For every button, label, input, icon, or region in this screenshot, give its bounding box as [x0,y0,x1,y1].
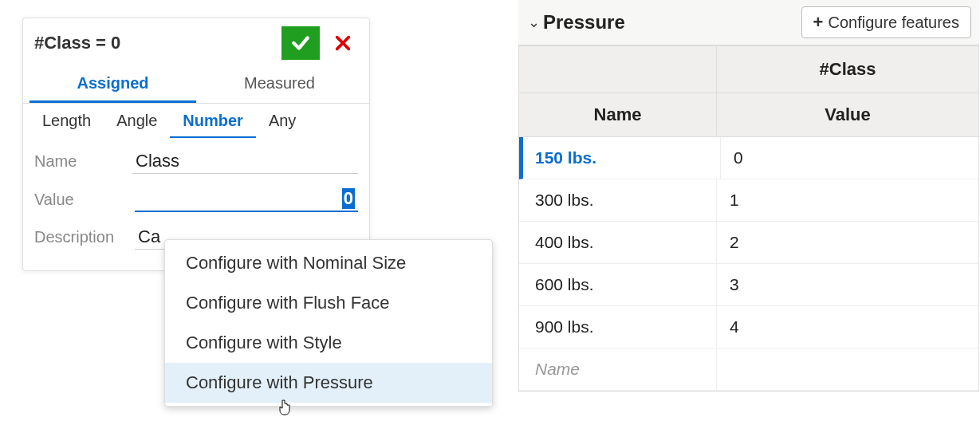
row-value[interactable]: 2 [717,222,978,263]
row-value[interactable]: 3 [717,264,978,305]
name-input[interactable] [132,149,358,174]
table-row[interactable]: 600 lbs. 3 [519,264,978,306]
row-name: 150 lbs. [523,137,721,179]
dialog-header: #Class = 0 [23,18,369,63]
dialog-title: #Class = 0 [34,33,281,53]
row-value[interactable]: 4 [717,306,978,348]
column-group-class: #Class [717,46,978,93]
cancel-button[interactable] [326,26,360,60]
description-label: Description [34,228,135,246]
menu-item-flush-face[interactable]: Configure with Flush Face [165,283,492,323]
new-row-placeholder[interactable]: Name [519,348,978,391]
placeholder-value [717,348,978,390]
configuration-table: #Class Name Value 150 lbs. 0 300 lbs. 1 … [518,45,979,392]
value-selection: 0 [342,188,355,209]
configure-features-button[interactable]: + Configure features [801,6,971,38]
configuration-panel: ⌄ Pressure + Configure features #Class N… [518,0,979,392]
placeholder-name[interactable]: Name [519,348,717,390]
column-header-name: Name [519,93,717,136]
plus-icon: + [813,12,824,33]
panel-header: ⌄ Pressure + Configure features [518,0,979,45]
tab-number[interactable]: Number [170,104,256,138]
primary-tabs: Assigned Measured [23,63,369,104]
menu-item-pressure[interactable]: Configure with Pressure [165,363,492,403]
check-icon [290,33,311,53]
row-value[interactable]: 1 [717,179,978,221]
row-name: 400 lbs. [519,222,717,263]
value-label: Value [34,191,135,209]
table-head: #Class Name Value [519,46,978,137]
context-menu: Configure with Nominal Size Configure wi… [164,239,493,407]
chevron-down-icon[interactable]: ⌄ [528,14,540,31]
tab-measured[interactable]: Measured [196,63,363,103]
spacer-cell [519,46,717,93]
tab-angle[interactable]: Angle [104,104,170,138]
menu-item-nominal-size[interactable]: Configure with Nominal Size [165,243,492,283]
panel-title: Pressure [543,11,801,33]
column-header-value: Value [717,93,978,136]
name-label: Name [34,152,132,171]
table-row[interactable]: 900 lbs. 4 [519,306,978,348]
configure-features-label: Configure features [828,14,959,32]
table-row[interactable]: 400 lbs. 2 [519,222,978,264]
menu-item-style[interactable]: Configure with Style [165,323,492,363]
tab-length[interactable]: Length [30,104,104,138]
row-value[interactable]: 0 [721,137,978,179]
tab-assigned[interactable]: Assigned [30,63,196,103]
row-name: 300 lbs. [519,179,717,221]
secondary-tabs: Length Angle Number Any [23,104,369,138]
value-input[interactable]: 0 [135,187,358,212]
variable-dialog: #Class = 0 Assigned Measured Length Angl… [22,18,370,271]
close-icon [334,34,352,52]
table-row[interactable]: 300 lbs. 1 [519,179,978,222]
row-name: 600 lbs. [519,264,717,305]
row-name: 900 lbs. [519,306,717,348]
confirm-button[interactable] [281,26,320,60]
table-row[interactable]: 150 lbs. 0 [519,137,978,179]
tab-any[interactable]: Any [256,104,309,138]
